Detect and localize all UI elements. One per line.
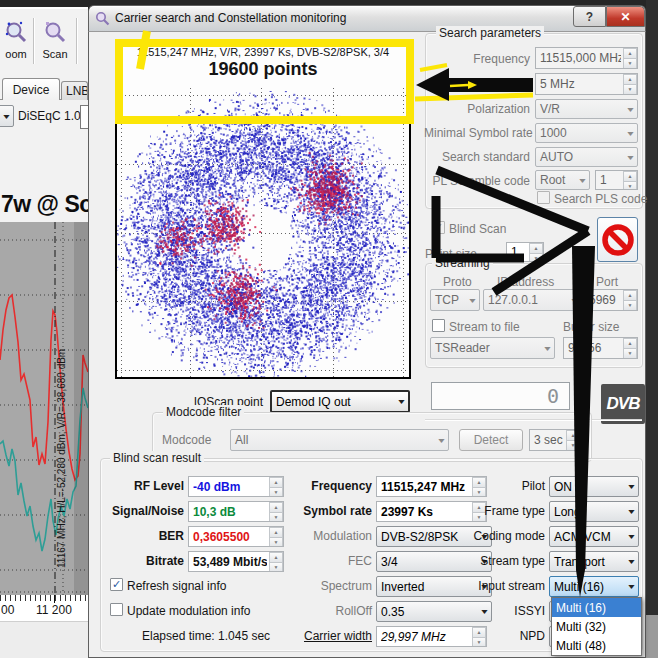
- buffer-size-field[interactable]: 96256 ▲▼: [563, 337, 638, 359]
- spin-down-icon: ▼: [623, 58, 637, 69]
- tab-lnb[interactable]: LNB: [61, 81, 88, 100]
- detect-button-label: Detect: [474, 433, 509, 447]
- point-size-field[interactable]: 1 ▲▼: [506, 242, 544, 262]
- rf-level-field[interactable]: -40 dBm ▲▼: [188, 476, 284, 497]
- stream-to-file-checkbox[interactable]: [432, 319, 445, 332]
- ber-field[interactable]: 0,3605500 ▲▼: [188, 526, 284, 547]
- stop-scan-button[interactable]: [597, 217, 638, 262]
- pl-scramble-mode-combo[interactable]: Root ▼: [535, 170, 590, 190]
- pl-scramble-spinner[interactable]: ▲▼: [623, 171, 637, 189]
- point-size-value: 1: [511, 245, 527, 259]
- spin-down-icon: ▼: [566, 440, 580, 451]
- dialog-titlebar[interactable]: Carrier search and Constellation monitor…: [88, 5, 646, 31]
- scan-step-spinner[interactable]: ▲▼: [623, 74, 637, 94]
- spin-up-icon: ▲: [623, 338, 637, 348]
- point-size-spinner[interactable]: ▲▼: [529, 243, 543, 261]
- spectrum-value: Inverted: [381, 580, 424, 594]
- tab-device-label: Device: [13, 83, 50, 97]
- refresh-signal-checkbox[interactable]: ✓: [110, 578, 123, 591]
- marker-readout-label: 11167 MHz; H/L=-52,280 dBm; V/R=-38,680 …: [56, 268, 70, 568]
- toolbar-separator: [33, 18, 34, 64]
- dropdown-item-multi-16[interactable]: Multi (16): [552, 598, 641, 617]
- input-stream-combo[interactable]: Multi (16) ▼: [549, 576, 639, 597]
- desktop-strip-light: [646, 615, 658, 658]
- fec-label: FEC: [288, 554, 372, 568]
- dropdown-arrow-icon: ▼: [625, 106, 635, 113]
- zoom-magnifier-icon: [4, 20, 28, 44]
- close-button[interactable]: ✕: [606, 6, 645, 27]
- dropdown-arrow-icon: ▼: [626, 508, 636, 515]
- proto-combo[interactable]: TCP ▼: [430, 289, 480, 311]
- bitrate-spinner[interactable]: ▲▼: [269, 552, 283, 571]
- search-standard-combo[interactable]: AUTO ▼: [535, 147, 638, 167]
- buffer-size-spinner[interactable]: ▲▼: [623, 338, 637, 358]
- frequency-field[interactable]: 11515,000 MHz ▲▼: [535, 47, 638, 69]
- frame-type-combo[interactable]: Long ▼: [549, 501, 639, 522]
- bitrate-label: Bitrate: [100, 554, 184, 568]
- blind-scan-result-title: Blind scan result: [110, 451, 204, 465]
- carrier-width-link[interactable]: Carrier width: [288, 629, 372, 643]
- dropdown-arrow-icon: ▼: [626, 583, 636, 590]
- spin-down-icon: ▼: [269, 512, 283, 522]
- ip-address-combo[interactable]: 127.0.0.1 ▼: [483, 289, 582, 311]
- port-field[interactable]: 5969 ▲▼: [586, 289, 638, 311]
- spin-up-icon: ▲: [269, 502, 283, 512]
- frame-type-label: Frame type: [462, 504, 545, 518]
- polarization-combo[interactable]: V/R ▼: [535, 99, 638, 119]
- pilot-combo[interactable]: ON ▼: [549, 476, 639, 497]
- coding-mode-combo[interactable]: ACM/VCM ▼: [549, 526, 639, 547]
- dropdown-arrow-icon: ▼: [625, 154, 635, 161]
- spin-up-icon: ▲: [269, 477, 283, 487]
- bitrate-field[interactable]: 53,489 Mbit/s ▲▼: [188, 551, 284, 572]
- spectrum-axis: 00 11 200: [0, 595, 88, 621]
- search-pls-checkbox[interactable]: [537, 191, 550, 204]
- reader-value: TSReader: [435, 341, 490, 355]
- spin-up-icon: ▲: [623, 74, 637, 84]
- help-button[interactable]: ?: [573, 6, 606, 27]
- min-symbol-rate-combo[interactable]: 1000 ▼: [535, 123, 638, 143]
- packet-counter-value: 0: [547, 384, 559, 408]
- spin-up-icon: ▲: [529, 243, 543, 253]
- rf-level-label: RF Level: [100, 479, 184, 493]
- rolloff-label: RollOff: [288, 604, 372, 618]
- proto-value: TCP: [435, 293, 459, 307]
- reader-combo[interactable]: TSReader ▼: [430, 337, 555, 359]
- detect-button[interactable]: Detect: [459, 429, 523, 451]
- update-modulation-checkbox[interactable]: [110, 603, 123, 616]
- spin-up-icon: ▲: [623, 171, 637, 181]
- signal-noise-label: Signal/Noise: [100, 504, 184, 518]
- scan-step-field[interactable]: 5 MHz ▲▼: [535, 73, 638, 95]
- pl-scramble-code-field[interactable]: 1 ▲▼: [595, 170, 638, 190]
- stream-type-combo[interactable]: Transport ▼: [549, 551, 639, 572]
- detect-interval-field[interactable]: 3 sec ▲▼: [529, 429, 581, 451]
- port-spinner[interactable]: ▲▼: [623, 290, 637, 310]
- frame-type-value: Long: [554, 505, 581, 519]
- dropdown-arrow-icon: ▼: [626, 533, 636, 540]
- dropdown-item-multi-48[interactable]: Multi (48): [552, 636, 641, 655]
- scan-toolbar-button[interactable]: Scan: [37, 20, 73, 64]
- modcode-combo[interactable]: All ▼: [230, 429, 449, 451]
- frequency-spinner[interactable]: ▲▼: [623, 48, 637, 68]
- buffer-size-label: Buffer size: [563, 320, 619, 334]
- dropdown-arrow-icon: ▼: [626, 483, 636, 490]
- stream-type-label: Stream type: [462, 554, 545, 568]
- iqscan-point-combo[interactable]: Demod IQ out ▼: [270, 390, 410, 413]
- pilot-value: ON: [554, 480, 572, 494]
- detect-interval-spinner[interactable]: ▲▼: [566, 430, 580, 450]
- refresh-signal-label: Refresh signal info: [127, 579, 226, 593]
- signal-noise-spinner[interactable]: ▲▼: [269, 502, 283, 521]
- dropdown-arrow-icon: ▼: [396, 398, 406, 405]
- rf-level-spinner[interactable]: ▲▼: [269, 477, 283, 496]
- dropdown-item-multi-32[interactable]: Multi (32): [552, 617, 641, 636]
- modulation-label: Modulation: [288, 529, 372, 543]
- blind-scan-checkbox[interactable]: ✓: [432, 221, 445, 234]
- stop-icon: [601, 223, 635, 257]
- axis-ticks: [0, 595, 88, 601]
- background-combo-sliver[interactable]: ▼: [0, 105, 14, 127]
- ber-spinner[interactable]: ▲▼: [269, 527, 283, 546]
- spin-down-icon: ▼: [269, 562, 283, 572]
- tab-device[interactable]: Device: [2, 78, 60, 100]
- zoom-toolbar-button[interactable]: oom: [2, 20, 30, 64]
- signal-noise-field[interactable]: 10,3 dB ▲▼: [188, 501, 284, 522]
- stream-to-file-label: Stream to file: [449, 320, 520, 334]
